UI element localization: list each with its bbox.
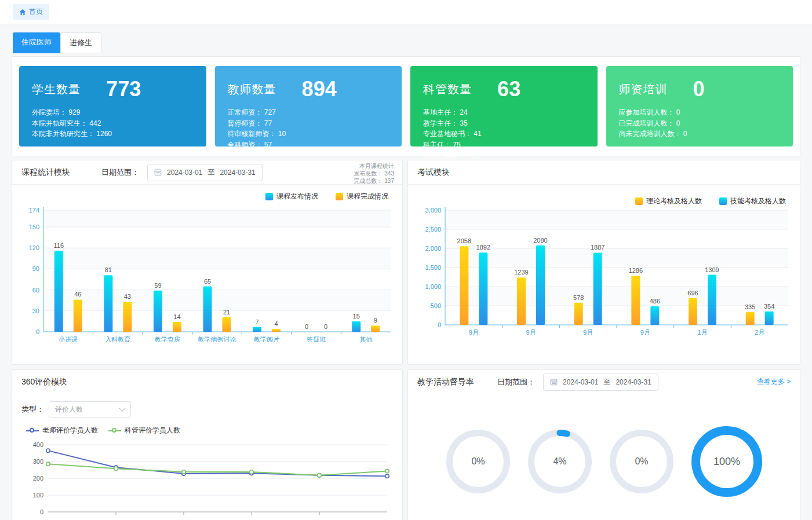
svg-text:3,000: 3,000	[425, 207, 441, 214]
svg-text:59: 59	[154, 282, 161, 289]
card-detail-line: 待审核新师资： 10	[228, 129, 389, 140]
svg-text:60: 60	[32, 287, 39, 294]
tab-resident[interactable]: 住院医师	[13, 32, 60, 53]
evaluation-legend: 老师评价学员人数 科管评价学员人数	[26, 426, 393, 435]
evaluation-line-chart: 0100200300400	[21, 437, 395, 518]
date-start: 2024-03-01	[167, 169, 202, 177]
svg-text:9月: 9月	[469, 329, 479, 336]
date-end: 2024-03-31	[220, 169, 255, 177]
legend-chip-blue	[265, 193, 273, 200]
card-details: 正常师资： 727暂停师资： 77待审核新师资： 10全科师资： 57	[228, 107, 389, 150]
exam-bar-chart: 05001,0001,5002,0002,5003,0009月205818929…	[414, 201, 794, 340]
svg-text:其他: 其他	[359, 336, 372, 343]
stat-card-teachers: 教师数量 894 正常师资： 727暂停师资： 77待审核新师资： 10全科师资…	[215, 66, 402, 147]
svg-text:500: 500	[431, 302, 441, 309]
svg-text:354: 354	[764, 303, 774, 310]
svg-text:81: 81	[105, 266, 112, 273]
svg-text:教学阅片: 教学阅片	[254, 336, 279, 343]
course-date-range-picker[interactable]: 2024-03-01 至 2024-03-31	[147, 164, 263, 181]
svg-text:1,000: 1,000	[425, 283, 441, 290]
svg-text:46: 46	[74, 291, 81, 298]
svg-text:1286: 1286	[629, 267, 643, 274]
svg-text:2,000: 2,000	[425, 245, 441, 252]
legend-item-published[interactable]: 课程发布情况	[265, 192, 318, 201]
course-panel-title: 课程统计模块	[21, 167, 70, 178]
line-marker-blue	[26, 427, 39, 434]
card-value: 63	[497, 77, 520, 101]
svg-text:教学病例讨论: 教学病例讨论	[198, 336, 236, 343]
card-value: 894	[302, 77, 337, 101]
exam-chart-legend: 理论考核及格人数 技能考核及格人数	[408, 185, 800, 201]
svg-text:65: 65	[204, 278, 211, 285]
svg-text:400: 400	[33, 441, 43, 448]
svg-text:2058: 2058	[457, 237, 471, 244]
supervision-date-range-picker[interactable]: 2024-03-01 至 2024-03-31	[543, 373, 658, 391]
date-range-label: 日期范围：	[101, 167, 139, 178]
legend-item-completed[interactable]: 课程完成情况	[336, 192, 388, 201]
svg-text:0: 0	[40, 508, 43, 515]
card-details: 基地主任： 24教学主任： 35专业基地秘书： 41科主任： 75轮转科室秘书：…	[423, 107, 585, 161]
chevron-down-icon	[119, 405, 125, 411]
svg-text:0%: 0%	[635, 456, 648, 466]
evaluation-panel: 360评价模块 类型： 评价人数 老师评价学员人数 科管评价学员人数	[12, 369, 403, 520]
svg-text:0: 0	[36, 328, 39, 335]
card-details: 应参加培训人数： 0已完成培训人数： 0尚未完成培训人数： 0	[619, 107, 781, 140]
svg-text:答疑班: 答疑班	[307, 336, 326, 343]
top-bar: 首页	[0, 0, 812, 24]
svg-text:15: 15	[353, 313, 360, 320]
home-icon	[19, 9, 26, 16]
svg-text:14: 14	[173, 313, 180, 320]
card-detail-line: 本院并轨研究生： 442	[32, 118, 194, 129]
view-more-link[interactable]: 查看更多 >	[757, 377, 791, 387]
svg-text:7: 7	[256, 318, 259, 325]
card-detail-line: 基地主任： 24	[423, 107, 585, 118]
svg-text:90: 90	[32, 265, 39, 272]
card-value: 0	[693, 77, 705, 101]
breadcrumb[interactable]: 首页	[13, 4, 49, 20]
svg-text:21: 21	[223, 309, 230, 316]
card-detail-line: 科主任： 75	[423, 140, 585, 151]
supervision-panel: 教学活动督导率 日期范围： 2024-03-01 至 2024-03-31 查看…	[407, 369, 800, 520]
date-end: 2024-03-31	[616, 378, 651, 386]
svg-text:100: 100	[33, 492, 43, 499]
svg-text:9: 9	[374, 317, 377, 324]
tab-trainee[interactable]: 进修生	[60, 32, 101, 53]
card-detail-line: 外院委培： 929	[32, 107, 194, 118]
supervision-donut: 0%	[609, 429, 674, 496]
course-bar-chart: 0306090120150174小讲课11646入科教育8143教学查房5914…	[18, 201, 396, 347]
type-label: 类型：	[21, 404, 44, 415]
svg-text:教学查房: 教学查房	[155, 336, 180, 343]
svg-text:1887: 1887	[591, 244, 605, 251]
svg-text:100%: 100%	[713, 456, 740, 467]
course-monthly-summary: 本月课程统计 发布总数： 343 完成总数： 137	[354, 163, 394, 185]
calendar-icon	[550, 378, 558, 386]
svg-text:30: 30	[32, 307, 39, 314]
date-separator: 至	[207, 167, 214, 177]
svg-text:9月: 9月	[526, 329, 536, 336]
card-title: 学生数量	[32, 82, 106, 97]
svg-text:0: 0	[438, 321, 441, 328]
card-title: 科管数量	[423, 82, 497, 97]
svg-text:486: 486	[650, 298, 660, 305]
legend-item-teacher-eval[interactable]: 老师评价学员人数	[26, 426, 98, 435]
evaluation-type-select[interactable]: 评价人数	[49, 401, 131, 418]
supervision-donut: 0%	[446, 429, 511, 496]
supervision-donuts: 0%4%0%100%	[408, 394, 800, 500]
svg-text:4: 4	[275, 320, 278, 327]
card-detail-line: 应参加培训人数： 0	[619, 107, 781, 118]
card-detail-line: 已完成培训人数： 0	[619, 118, 781, 129]
calendar-icon	[154, 169, 162, 176]
svg-text:150: 150	[29, 224, 39, 230]
svg-text:1239: 1239	[514, 269, 528, 276]
course-statistics-panel: 课程统计模块 日期范围： 2024-03-01 至 2024-03-31 本月课…	[12, 160, 403, 365]
stat-card-managers: 科管数量 63 基地主任： 24教学主任： 35专业基地秘书： 41科主任： 7…	[410, 66, 598, 147]
svg-text:1月: 1月	[697, 329, 707, 336]
svg-text:1892: 1892	[476, 244, 490, 251]
card-detail-line: 全科师资： 57	[228, 140, 389, 151]
course-chart-legend: 课程发布情况 课程完成情况	[12, 185, 402, 201]
legend-item-manager-eval[interactable]: 科管评价学员人数	[108, 426, 180, 435]
svg-text:0: 0	[305, 323, 308, 330]
card-details: 外院委培： 929本院并轨研究生： 442本院非并轨研究生： 1260	[32, 107, 194, 140]
svg-text:0: 0	[324, 323, 327, 330]
svg-text:116: 116	[54, 242, 64, 249]
